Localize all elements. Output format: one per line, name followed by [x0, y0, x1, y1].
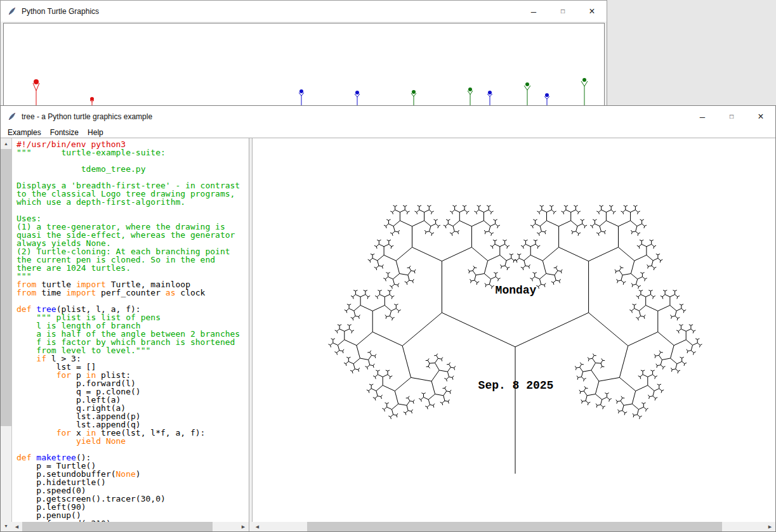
front-window-tree-example: tree - a Python turtle graphics example …	[0, 105, 776, 532]
code-line: which use a depth-first-algorithm.	[16, 198, 249, 206]
code-editor[interactable]: #!/usr/bin/env python3""" turtle-example…	[11, 138, 249, 522]
minimize-button[interactable]: –	[688, 106, 717, 127]
code-text: #!/usr/bin/env python3""" turtle-example…	[16, 140, 249, 522]
scroll-down-icon[interactable]: ▼	[1, 521, 11, 531]
menubar: Examples Fontsize Help	[1, 127, 775, 138]
scrollbar-thumb[interactable]	[1, 149, 11, 426]
maximize-button[interactable]: □	[717, 106, 746, 127]
turtle-figure	[33, 79, 39, 108]
code-line: from time import perf_counter as clock	[16, 289, 249, 297]
turtle-figure	[524, 82, 530, 108]
code-line	[16, 206, 249, 214]
front-caption-buttons: – □ ×	[688, 106, 775, 127]
maximize-button[interactable]: □	[548, 1, 577, 22]
back-caption-buttons: – □ ×	[519, 1, 607, 22]
code-line: yield None	[16, 437, 249, 445]
turtle-figure	[581, 78, 588, 108]
scroll-left-icon[interactable]: ◀	[11, 522, 22, 531]
menu-fontsize[interactable]: Fontsize	[46, 128, 83, 137]
close-button[interactable]: ×	[577, 1, 607, 22]
code-horizontal-scrollbar[interactable]: ◀ ▶	[11, 522, 249, 531]
back-titlebar[interactable]: Python Turtle Graphics – □ ×	[1, 1, 607, 22]
front-window-title: tree - a Python turtle graphics example	[22, 112, 152, 121]
canvas-text: Sep. 8 2025	[478, 379, 554, 392]
scroll-right-icon[interactable]: ▶	[765, 522, 775, 531]
minimize-button[interactable]: –	[519, 1, 548, 22]
fractal-tree-path	[329, 205, 702, 474]
scrollbar-thumb[interactable]	[22, 522, 213, 531]
turtle-drawing-canvas: MondaySep. 8 2025	[252, 138, 775, 522]
menu-help[interactable]: Help	[83, 128, 108, 137]
scroll-left-icon[interactable]: ◀	[252, 522, 263, 531]
code-line: there are 1024 turtles.	[16, 264, 249, 272]
scrollbar-thumb[interactable]	[307, 522, 722, 531]
close-button[interactable]: ×	[746, 106, 775, 127]
scroll-right-icon[interactable]: ▶	[238, 522, 249, 531]
menu-examples[interactable]: Examples	[3, 128, 46, 137]
front-titlebar[interactable]: tree - a Python turtle graphics example …	[1, 106, 775, 127]
back-window-title: Python Turtle Graphics	[22, 7, 99, 16]
content-area: ▲ ▼ #!/usr/bin/env python3""" turtle-exa…	[1, 138, 775, 531]
code-line: tdemo_tree.py	[16, 165, 249, 173]
turtle-app-icon	[7, 112, 17, 122]
canvas-text: Monday	[496, 284, 537, 297]
code-line: """ turtle-example-suite:	[16, 148, 249, 157]
turtle-app-icon	[7, 6, 17, 16]
code-vertical-scrollbar[interactable]: ▲ ▼	[1, 138, 11, 531]
canvas-horizontal-scrollbar[interactable]: ◀ ▶	[252, 522, 775, 531]
fractal-tree-drawing	[253, 138, 775, 522]
scroll-up-icon[interactable]: ▲	[1, 139, 11, 148]
